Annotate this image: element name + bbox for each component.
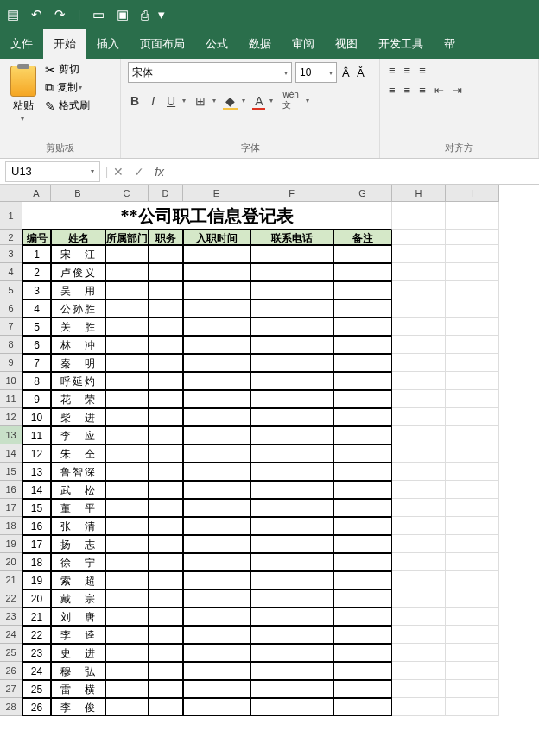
data-cell[interactable] [333,680,392,698]
row-header-4[interactable]: 4 [0,263,22,281]
data-cell[interactable] [149,245,183,263]
data-cell[interactable] [149,644,183,662]
data-cell[interactable] [105,263,149,281]
name-cell[interactable]: 张 清 [51,517,105,535]
data-cell[interactable] [105,245,149,263]
cut-button[interactable]: ✂剪切 [45,62,90,77]
data-cell[interactable] [183,444,250,463]
align-left-icon[interactable]: ≡ [387,82,397,98]
data-cell[interactable] [105,426,149,444]
data-cell[interactable] [183,644,250,662]
name-cell[interactable]: 吴 用 [51,281,105,299]
data-cell[interactable] [250,408,333,426]
data-cell[interactable] [250,281,333,299]
data-cell[interactable] [105,481,149,499]
data-cell[interactable] [183,680,250,698]
row-header-26[interactable]: 26 [0,662,22,680]
underline-button[interactable]: U [164,92,178,110]
data-cell[interactable] [149,299,183,318]
data-cell[interactable]: 2 [22,263,51,281]
data-cell[interactable] [392,336,446,354]
data-cell[interactable] [105,535,149,553]
data-cell[interactable]: 6 [22,336,51,354]
data-cell[interactable] [446,372,499,390]
data-cell[interactable] [149,680,183,698]
data-cell[interactable] [392,390,446,408]
data-cell[interactable] [149,336,183,354]
italic-button[interactable]: I [149,92,157,110]
fx-icon[interactable]: fx [149,165,169,179]
data-cell[interactable] [333,517,392,535]
data-cell[interactable] [105,571,149,589]
data-cell[interactable] [105,626,149,644]
data-cell[interactable] [105,390,149,408]
data-cell[interactable] [183,698,250,716]
confirm-icon[interactable]: ✓ [129,165,149,179]
data-cell[interactable] [333,318,392,336]
data-cell[interactable] [105,281,149,299]
table-header[interactable]: 入职时间 [183,230,250,245]
menu-item-9[interactable]: 帮 [434,29,466,59]
data-cell[interactable] [250,245,333,263]
data-cell[interactable] [333,662,392,680]
data-cell[interactable] [250,263,333,281]
data-cell[interactable] [392,680,446,698]
data-cell[interactable] [333,535,392,553]
data-cell[interactable] [392,318,446,336]
name-cell[interactable]: 关 胜 [51,318,105,336]
data-cell[interactable] [149,281,183,299]
data-cell[interactable] [105,318,149,336]
data-cell[interactable] [183,463,250,481]
data-cell[interactable] [446,553,499,571]
menu-item-6[interactable]: 审阅 [282,29,325,59]
data-cell[interactable] [446,535,499,553]
data-cell[interactable] [446,571,499,589]
data-cell[interactable] [183,662,250,680]
col-header-I[interactable]: I [446,185,499,202]
data-cell[interactable] [333,499,392,517]
data-cell[interactable] [149,626,183,644]
align-middle-icon[interactable]: ≡ [403,62,413,79]
data-cell[interactable] [250,571,333,589]
data-cell[interactable]: 19 [22,571,51,589]
data-cell[interactable] [183,336,250,354]
row-header-25[interactable]: 25 [0,644,22,662]
menu-item-5[interactable]: 数据 [238,29,282,59]
data-cell[interactable] [333,608,392,626]
data-cell[interactable] [105,463,149,481]
name-cell[interactable]: 史 进 [51,644,105,662]
data-cell[interactable]: 10 [22,408,51,426]
data-cell[interactable] [446,662,499,680]
cell[interactable] [446,230,499,245]
menu-item-8[interactable]: 开发工具 [368,29,434,59]
data-cell[interactable] [250,481,333,499]
row-header-21[interactable]: 21 [0,571,22,589]
data-cell[interactable] [333,426,392,444]
data-cell[interactable] [250,680,333,698]
data-cell[interactable]: 25 [22,680,51,698]
name-cell[interactable]: 卢俊义 [51,263,105,281]
data-cell[interactable] [392,408,446,426]
align-bottom-icon[interactable]: ≡ [417,62,428,79]
data-cell[interactable] [446,481,499,499]
name-cell[interactable]: 公孙胜 [51,299,105,318]
data-cell[interactable] [105,499,149,517]
data-cell[interactable] [446,390,499,408]
data-cell[interactable] [446,299,499,318]
menu-item-7[interactable]: 视图 [325,29,368,59]
row-header-19[interactable]: 19 [0,535,22,553]
row-header-3[interactable]: 3 [0,245,22,263]
data-cell[interactable] [333,354,392,372]
data-cell[interactable] [392,354,446,372]
row-header-27[interactable]: 27 [0,680,22,698]
indent-decrease-icon[interactable]: ⇤ [433,82,446,98]
data-cell[interactable] [183,354,250,372]
data-cell[interactable] [446,499,499,517]
row-header-17[interactable]: 17 [0,499,22,517]
data-cell[interactable] [250,390,333,408]
data-cell[interactable] [392,372,446,390]
border-button[interactable]: ⊞ [193,92,208,110]
data-cell[interactable] [105,354,149,372]
data-cell[interactable]: 7 [22,354,51,372]
data-cell[interactable] [183,390,250,408]
